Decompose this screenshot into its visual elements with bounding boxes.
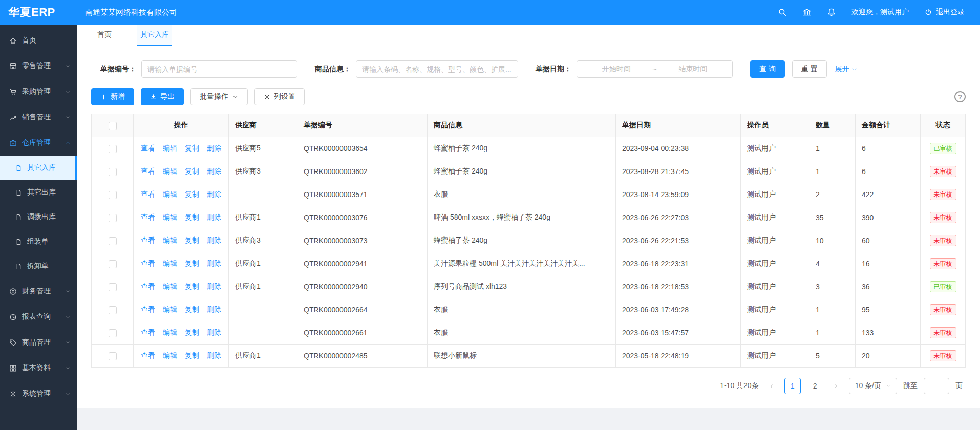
- bill-no-cell: QTRK00000002485: [297, 345, 428, 368]
- tab-home[interactable]: 首页: [94, 25, 115, 46]
- copy-link[interactable]: 复制: [185, 259, 199, 267]
- delete-link[interactable]: 删除: [207, 144, 221, 152]
- date-range-picker[interactable]: 开始时间 ~ 结束时间: [577, 60, 733, 78]
- view-link[interactable]: 查看: [141, 282, 155, 290]
- expand-link[interactable]: 展开: [835, 64, 857, 74]
- column-settings-button[interactable]: 列设置: [254, 88, 305, 105]
- edit-link[interactable]: 编辑: [163, 213, 177, 221]
- delete-link[interactable]: 删除: [207, 305, 221, 313]
- help-icon[interactable]: ?: [954, 91, 966, 102]
- chevron-down-icon: [851, 67, 857, 72]
- delete-link[interactable]: 删除: [207, 328, 221, 336]
- row-checkbox[interactable]: [109, 214, 117, 222]
- sidebar-item-sales[interactable]: 销售管理: [0, 104, 77, 130]
- delete-link[interactable]: 删除: [207, 213, 221, 221]
- sidebar-item-system[interactable]: 系统管理: [0, 381, 77, 406]
- view-link[interactable]: 查看: [141, 328, 155, 336]
- row-checkbox[interactable]: [109, 260, 117, 268]
- edit-link[interactable]: 编辑: [163, 328, 177, 336]
- sidebar-item-goods[interactable]: 商品管理: [0, 330, 77, 355]
- reset-button[interactable]: 重 置: [792, 60, 827, 78]
- view-link[interactable]: 查看: [141, 190, 155, 198]
- row-checkbox[interactable]: [109, 145, 117, 153]
- row-checkbox[interactable]: [109, 283, 117, 291]
- search-button[interactable]: 查 询: [750, 60, 785, 78]
- prev-page-button[interactable]: [765, 378, 778, 394]
- row-checkbox[interactable]: [109, 352, 117, 360]
- view-link[interactable]: 查看: [141, 259, 155, 267]
- column-header-supplier: 供应商: [229, 114, 297, 137]
- table-row: 查看编辑复制删除 QTRK00000003571 衣服 2023-08-14 2…: [92, 183, 966, 206]
- copy-link[interactable]: 复制: [185, 328, 199, 336]
- copy-link[interactable]: 复制: [185, 190, 199, 198]
- page-number-1[interactable]: 1: [784, 378, 801, 394]
- row-checkbox[interactable]: [109, 237, 117, 245]
- edit-link[interactable]: 编辑: [163, 190, 177, 198]
- view-link[interactable]: 查看: [141, 167, 155, 175]
- next-page-button[interactable]: [829, 378, 843, 394]
- goods-info-input[interactable]: [356, 60, 518, 78]
- copy-link[interactable]: 复制: [185, 236, 199, 244]
- sidebar-item-finance[interactable]: 财务管理: [0, 278, 77, 304]
- sidebar-item-assembly-order[interactable]: 组装单: [0, 229, 77, 254]
- batch-operations-button[interactable]: 批量操作: [190, 88, 248, 105]
- page-number-2[interactable]: 2: [807, 378, 823, 394]
- link-divider: [159, 353, 159, 359]
- notification-bell-icon[interactable]: [827, 8, 836, 17]
- date-end-input[interactable]: 结束时间: [660, 64, 726, 74]
- jump-page-input[interactable]: [924, 378, 949, 394]
- tab-other-inbound[interactable]: 其它入库: [137, 25, 172, 46]
- file-icon: [15, 165, 22, 171]
- view-link[interactable]: 查看: [141, 305, 155, 313]
- page-size-select[interactable]: 10 条/页: [849, 378, 897, 394]
- view-link[interactable]: 查看: [141, 144, 155, 152]
- add-button[interactable]: 新增: [91, 88, 134, 105]
- delete-link[interactable]: 删除: [207, 236, 221, 244]
- delete-link[interactable]: 删除: [207, 282, 221, 290]
- row-checkbox[interactable]: [109, 329, 117, 337]
- row-checkbox[interactable]: [109, 191, 117, 199]
- copy-link[interactable]: 复制: [185, 282, 199, 290]
- sidebar-item-disassembly-order[interactable]: 拆卸单: [0, 254, 77, 278]
- goods-cell: 联想小新鼠标: [428, 345, 616, 368]
- edit-link[interactable]: 编辑: [163, 305, 177, 313]
- copy-link[interactable]: 复制: [185, 351, 199, 359]
- delete-link[interactable]: 删除: [207, 351, 221, 359]
- gear-icon: [264, 94, 270, 100]
- delete-link[interactable]: 删除: [207, 190, 221, 198]
- edit-link[interactable]: 编辑: [163, 236, 177, 244]
- date-start-input[interactable]: 开始时间: [583, 64, 649, 74]
- bank-icon[interactable]: [802, 8, 812, 17]
- view-link[interactable]: 查看: [141, 213, 155, 221]
- bill-no-input[interactable]: [141, 60, 297, 78]
- copy-link[interactable]: 复制: [185, 144, 199, 152]
- sidebar-item-other-outbound[interactable]: 其它出库: [0, 180, 77, 205]
- search-icon[interactable]: [778, 8, 787, 17]
- delete-link[interactable]: 删除: [207, 167, 221, 175]
- edit-link[interactable]: 编辑: [163, 167, 177, 175]
- view-link[interactable]: 查看: [141, 236, 155, 244]
- sidebar-item-basic-data[interactable]: 基本资料: [0, 355, 77, 381]
- row-checkbox[interactable]: [109, 168, 117, 176]
- edit-link[interactable]: 编辑: [163, 351, 177, 359]
- sidebar-item-transfer-outbound[interactable]: 调拨出库: [0, 205, 77, 229]
- copy-link[interactable]: 复制: [185, 167, 199, 175]
- sidebar-item-purchase[interactable]: 采购管理: [0, 79, 77, 104]
- select-all-checkbox[interactable]: [109, 122, 117, 130]
- logout-button[interactable]: 退出登录: [924, 8, 965, 17]
- view-link[interactable]: 查看: [141, 351, 155, 359]
- sidebar-item-home[interactable]: 首页: [0, 28, 77, 53]
- delete-link[interactable]: 删除: [207, 259, 221, 267]
- copy-link[interactable]: 复制: [185, 305, 199, 313]
- edit-link[interactable]: 编辑: [163, 282, 177, 290]
- sidebar-item-warehouse[interactable]: 仓库管理: [0, 130, 77, 156]
- edit-link[interactable]: 编辑: [163, 259, 177, 267]
- logout-label: 退出登录: [936, 8, 965, 17]
- row-checkbox[interactable]: [109, 306, 117, 314]
- edit-link[interactable]: 编辑: [163, 144, 177, 152]
- sidebar-item-other-inbound[interactable]: 其它入库: [0, 156, 77, 180]
- export-button[interactable]: 导出: [141, 88, 184, 105]
- sidebar-item-retail[interactable]: 零售管理: [0, 53, 77, 79]
- copy-link[interactable]: 复制: [185, 213, 199, 221]
- sidebar-item-reports[interactable]: 报表查询: [0, 304, 77, 330]
